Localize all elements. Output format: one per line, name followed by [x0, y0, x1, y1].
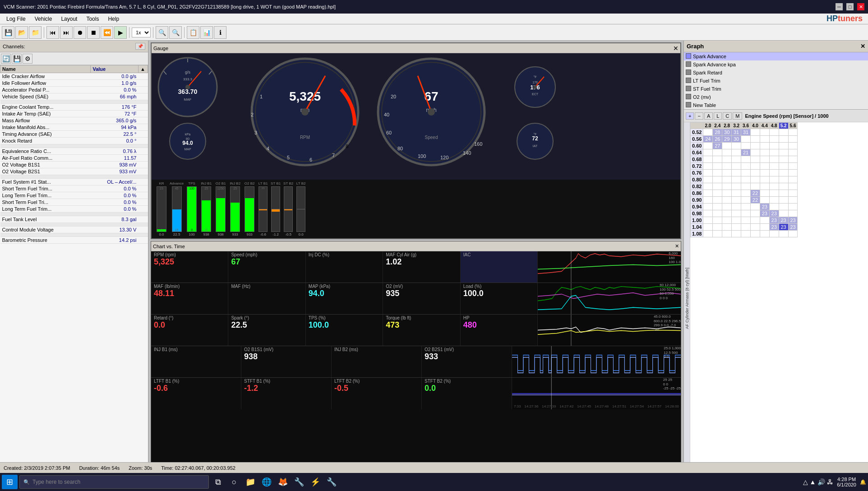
channel-spark-retard[interactable]: Spark Retard — [684, 69, 868, 77]
cell-0.64-2.4[interactable] — [713, 149, 722, 156]
cell-0.86-4.0[interactable]: 22 — [750, 190, 760, 197]
cell-0.80-4.8[interactable] — [769, 176, 779, 183]
cell-0.72-4.4[interactable] — [760, 163, 769, 170]
playback-speed[interactable]: 1x2x4x — [132, 28, 151, 37]
toolbar-zoomin[interactable]: 🔍 — [156, 26, 168, 39]
cell-0.60-5.6[interactable] — [788, 143, 798, 149]
cell-1.08-4.8[interactable] — [769, 231, 779, 237]
cell-0.72-2.4[interactable] — [713, 163, 722, 170]
cell-0.98-2.0[interactable] — [703, 210, 713, 217]
cell-0.90-2.8[interactable] — [722, 197, 732, 204]
cell-0.94-4.4[interactable]: 23 — [760, 204, 769, 210]
cell-0.82-5.2[interactable] — [779, 183, 788, 190]
cell-1.08-2.8[interactable] — [722, 231, 732, 237]
cell-0.52-4.8[interactable] — [769, 129, 779, 136]
cell-0.60-3.2[interactable] — [732, 143, 741, 149]
cell-1.08-2.4[interactable] — [713, 231, 722, 237]
cell-0.80-2.8[interactable] — [722, 176, 732, 183]
toolbar-zoomout[interactable]: 🔍 — [169, 26, 182, 39]
channel-st-fuel-trim[interactable]: ST Fuel Trim — [684, 85, 868, 93]
cell-0.64-4.4[interactable] — [760, 149, 769, 156]
graph-close-button[interactable]: ✕ — [860, 43, 865, 50]
channel-row[interactable]: Mass Airflow365.0 g/s — [0, 117, 148, 124]
cell-0.94-2.8[interactable] — [722, 204, 732, 210]
cell-0.80-4.4[interactable] — [760, 176, 769, 183]
cell-0.52-5.6[interactable] — [788, 129, 798, 136]
cell-0.60-4.8[interactable] — [769, 143, 779, 149]
cell-0.82-2.0[interactable] — [703, 183, 713, 190]
channel-row[interactable]: Long Term Fuel Trim...0.0 % — [0, 206, 148, 213]
cell-0.76-2.8[interactable] — [722, 170, 732, 176]
cell-0.72-2.0[interactable] — [703, 163, 713, 170]
cell-0.98-2.4[interactable] — [713, 210, 722, 217]
cell-0.60-5.2[interactable] — [779, 143, 788, 149]
cell-1.04-3.6[interactable] — [741, 224, 751, 231]
cell-0.98-4.4[interactable]: 23 — [760, 210, 769, 217]
channel-row[interactable]: Engine Coolant Temp...176 °F — [0, 104, 148, 111]
cell-0.52-2.4[interactable]: 28 — [713, 129, 722, 136]
cell-0.90-2.0[interactable] — [703, 197, 713, 204]
cell-0.98-3.6[interactable] — [741, 210, 751, 217]
graph-btn-c[interactable]: C — [723, 112, 732, 120]
cell-1.04-2.0[interactable] — [703, 224, 713, 231]
cell-0.64-2.8[interactable] — [722, 149, 732, 156]
cell-0.80-3.2[interactable] — [732, 176, 741, 183]
cell-0.72-3.6[interactable] — [741, 163, 751, 170]
channel-row[interactable]: Knock Retard0.0 ° — [0, 138, 148, 144]
channel-row[interactable]: Vehicle Speed (SAE)66 mph — [0, 93, 148, 100]
cell-0.56-4.0[interactable] — [750, 136, 760, 143]
toolbar-prev[interactable]: ⏮ — [46, 26, 59, 39]
cell-0.56-5.6[interactable] — [788, 136, 798, 143]
cell-0.64-3.6[interactable]: 21 — [741, 149, 751, 156]
cell-1.00-2.4[interactable] — [713, 217, 722, 224]
graph-btn-a[interactable]: A — [704, 112, 713, 120]
cell-0.60-2.8[interactable] — [722, 143, 732, 149]
gauge-close-button[interactable]: ✕ — [673, 45, 679, 52]
cell-0.76-2.0[interactable] — [703, 170, 713, 176]
cell-0.52-4.0[interactable] — [750, 129, 760, 136]
cell-0.56-4.4[interactable] — [760, 136, 769, 143]
cell-1.08-3.2[interactable] — [732, 231, 741, 237]
toolbar-save[interactable]: 💾 — [2, 26, 14, 39]
cell-0.90-4.4[interactable] — [760, 197, 769, 204]
channel-row[interactable]: O2 Voltage B2S1933 mV — [0, 168, 148, 175]
cell-0.68-5.6[interactable] — [788, 156, 798, 163]
cell-1.08-4.4[interactable] — [760, 231, 769, 237]
channels-refresh[interactable]: 🔄 — [1, 54, 11, 64]
cell-1.04-4.8[interactable]: 23 — [769, 224, 779, 231]
cell-1.00-4.8[interactable]: 23 — [769, 217, 779, 224]
cell-0.80-2.4[interactable] — [713, 176, 722, 183]
cell-1.08-3.6[interactable] — [741, 231, 751, 237]
menu-layout[interactable]: Layout — [56, 15, 82, 23]
cell-0.82-2.4[interactable] — [713, 183, 722, 190]
taskbar-clock[interactable]: 4:28 PM 6/1/2020 — [837, 477, 856, 487]
channel-new-table[interactable]: New Table — [684, 101, 868, 109]
cell-0.90-3.6[interactable] — [741, 197, 751, 204]
toolbar-chart[interactable]: 📊 — [200, 26, 213, 39]
cell-0.86-4.4[interactable] — [760, 190, 769, 197]
cell-1.04-5.2[interactable]: 23 — [779, 224, 788, 231]
cell-0.90-5.2[interactable] — [779, 197, 788, 204]
cell-0.68-2.8[interactable] — [722, 156, 732, 163]
notifications[interactable]: 🔔 — [860, 479, 866, 485]
channels-save[interactable]: 💾 — [12, 54, 22, 64]
cell-0.68-4.8[interactable] — [769, 156, 779, 163]
cell-0.76-3.2[interactable] — [732, 170, 741, 176]
cell-1.08-5.2[interactable] — [779, 231, 788, 237]
cell-0.68-4.0[interactable] — [750, 156, 760, 163]
cell-1.00-5.6[interactable]: 23 — [788, 217, 798, 224]
cell-0.86-2.4[interactable] — [713, 190, 722, 197]
cell-0.98-3.2[interactable] — [732, 210, 741, 217]
chart-close-button[interactable]: ✕ — [675, 243, 679, 249]
toolbar-info[interactable]: ℹ — [214, 26, 226, 39]
cell-1.00-3.6[interactable] — [741, 217, 751, 224]
cell-1.08-2.0[interactable] — [703, 231, 713, 237]
cell-0.98-4.8[interactable]: 23 — [769, 210, 779, 217]
channel-row[interactable]: Idle Cracker Airflow0.0 g/s — [0, 73, 148, 80]
channel-row[interactable]: Short Term Fuel Trim...0.0 % — [0, 185, 148, 192]
cell-0.80-5.2[interactable] — [779, 176, 788, 183]
cell-0.72-5.6[interactable] — [788, 163, 798, 170]
taskbar-taskview[interactable]: ⧉ — [211, 475, 225, 489]
cell-0.80-5.6[interactable] — [788, 176, 798, 183]
cell-0.82-4.0[interactable] — [750, 183, 760, 190]
